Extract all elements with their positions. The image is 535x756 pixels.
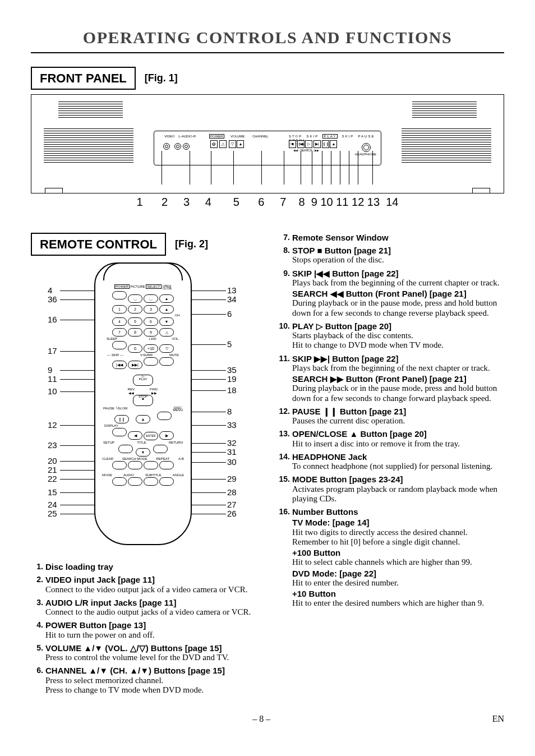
- item-title: POWER Button [page 13]: [45, 620, 255, 630]
- remote-body: POWER PICTURE SELECT OPEN/ CLOSE ◡◡▲ 123…: [94, 262, 192, 545]
- rbtn-9: 9: [144, 328, 158, 336]
- lead-label: 8: [227, 407, 232, 416]
- rlbl-pause: PAUSE: [103, 407, 114, 410]
- item-number: 9.: [278, 269, 292, 318]
- lead-label: 10: [48, 386, 57, 396]
- rbtn-4: 4: [112, 317, 127, 326]
- front-panel-diagram: VIDEO L-AUDIO-R POWER VOLUME CHANNEL ⏻ △…: [31, 94, 504, 193]
- item-desc: During playback or in the pause mode, pr…: [292, 384, 504, 403]
- item-title: VOLUME ▲/▼ (VOL. △/▽) Buttons [page 15]: [45, 643, 255, 653]
- item-subtitle: SEARCH ◀◀ Button (Front Panel) [page 21]: [292, 289, 504, 298]
- rbtn-10: +10: [144, 344, 158, 353]
- rlbl-setup: SETUP: [103, 441, 114, 445]
- rlbl-open: OPEN/ CLOSE: [162, 285, 172, 289]
- item-subtitle: +10 Button: [292, 589, 504, 598]
- rbtn-select: ◡: [144, 294, 158, 303]
- item-title: AUDIO L/R input Jacks [page 11]: [45, 598, 255, 607]
- list-item: 16.Number ButtonsTV Mode: [page 14]Hit t…: [278, 507, 504, 609]
- lead-label: 33: [227, 420, 237, 430]
- item-desc: Press to select memorized channel.Press …: [45, 676, 255, 695]
- item-title: SKIP |◀◀ Button [page 22]: [292, 269, 504, 278]
- item-desc: Connect to the video output jack of a vi…: [45, 585, 255, 594]
- item-desc: Hit to select cable channels which are h…: [292, 557, 504, 567]
- remote-header: REMOTE CONTROL [Fig. 2]: [31, 233, 255, 256]
- jack-audio-l: [174, 143, 181, 150]
- rbtn-vol-dn: ▽: [159, 344, 174, 353]
- item-subtitle: +100 Button: [292, 548, 504, 557]
- rbtn-search: [128, 461, 142, 469]
- label-skip1: SKIP: [306, 135, 319, 138]
- rlbl-ab: A-B: [178, 457, 184, 461]
- label-pause: PAUSE: [358, 135, 375, 138]
- item-title: SKIP ▶▶| Button [page 22]: [292, 354, 504, 363]
- lead-label: 9: [48, 365, 52, 375]
- fp-vol-up: △: [219, 140, 227, 148]
- page-number: – 8 –: [252, 714, 270, 723]
- rbtn-0: 0: [128, 344, 142, 353]
- rbtn-down: ▼: [136, 448, 150, 457]
- jack-headphone: [362, 143, 371, 152]
- lead-label: 28: [227, 487, 237, 497]
- item-number: 10.: [278, 321, 292, 351]
- lead-label: 26: [227, 509, 237, 518]
- label-skip2: SKIP: [342, 135, 354, 138]
- rbtn-7: 7: [112, 328, 127, 336]
- rbtn-ch-dn: ▼: [159, 317, 174, 326]
- fig2-label: [Fig. 2]: [175, 238, 208, 250]
- fp-ch-up: ▽: [229, 140, 236, 148]
- item-title: Remote Sensor Window: [292, 233, 504, 242]
- fp-pause: ❙❙: [322, 140, 329, 148]
- item-number: 4.: [31, 620, 45, 640]
- item-title: STOP ■ Button [page 21]: [292, 246, 504, 255]
- lead-label: 24: [48, 500, 57, 509]
- lead-label: 25: [48, 509, 57, 518]
- front-panel-center: VIDEO L-AUDIO-R POWER VOLUME CHANNEL ⏻ △…: [154, 131, 381, 165]
- front-panel-heading: FRONT PANEL: [31, 67, 136, 90]
- item-title: CHANNEL ▲/▼ (CH. ▲/▼) Buttons [page 15]: [45, 666, 255, 675]
- rbtn-audio: [128, 477, 142, 486]
- item-number: 15.: [278, 474, 292, 504]
- item-title: PAUSE ❙❙ Button [page 21]: [292, 407, 504, 416]
- list-item: 3.AUDIO L/R input Jacks [page 11]Connect…: [31, 598, 255, 617]
- rbtn-6: 6: [144, 317, 158, 326]
- rbtn-disc: [157, 412, 172, 420]
- item-number: 8.: [278, 246, 292, 265]
- item-number: 11.: [278, 354, 292, 403]
- item-desc: To connect headphone (not supplied) for …: [292, 462, 504, 471]
- lead-label: 22: [48, 474, 57, 483]
- item-subtitle: SEARCH ▶▶ Button (Front Panel) [page 21]: [292, 374, 504, 384]
- list-item: 4.POWER Button [page 13]Hit to turn the …: [31, 620, 255, 640]
- label-play: PLAY: [322, 134, 338, 139]
- list-item: 11.SKIP ▶▶| Button [page 22]Plays back f…: [278, 354, 504, 403]
- rbtn-mute: [159, 357, 174, 366]
- item-number: 13.: [278, 429, 292, 449]
- front-panel-header: FRONT PANEL [Fig. 1]: [31, 67, 504, 90]
- rbtn-up: ▲: [136, 415, 150, 423]
- item-number: 7.: [278, 233, 292, 242]
- item-number: 12.: [278, 407, 292, 426]
- lead-label: 16: [48, 315, 57, 324]
- list-item: 13.OPEN/CLOSE ▲ Button [page 20]Hit to i…: [278, 429, 504, 449]
- rbtn-skip-f: ▶▶|: [128, 361, 142, 369]
- page-lang: EN: [492, 714, 504, 724]
- lead-label: 34: [227, 294, 237, 304]
- label-power: POWER: [209, 134, 224, 139]
- list-item: 5.VOLUME ▲/▼ (VOL. △/▽) Buttons [page 15…: [31, 643, 255, 663]
- rbtn-clear: [112, 461, 127, 469]
- fp-play: ▷: [305, 140, 312, 148]
- item-desc: Hit to enter the desired numbers which a…: [292, 598, 504, 608]
- item-desc: Hit two digits to directly access the de…: [292, 528, 504, 547]
- rbtn-1: 1: [112, 305, 127, 314]
- item-desc: Stops operation of the disc.: [292, 255, 504, 265]
- lead-label: 35: [227, 365, 237, 375]
- rlbl-select: SELECT: [146, 284, 161, 289]
- fp-ch-dn: ▲: [237, 140, 244, 148]
- rbtn-3: 3: [144, 305, 158, 314]
- rlbl-picture: PICTURE: [130, 285, 145, 288]
- lead-label: 36: [48, 294, 57, 304]
- item-number: 3.: [31, 598, 45, 617]
- page-title: OPERATING CONTROLS AND FUNCTIONS: [31, 28, 504, 53]
- rbtn-vsurr: [144, 357, 158, 366]
- rlbl-mode: MODE: [102, 473, 112, 477]
- rbtn-pause: ❙❙: [114, 415, 129, 423]
